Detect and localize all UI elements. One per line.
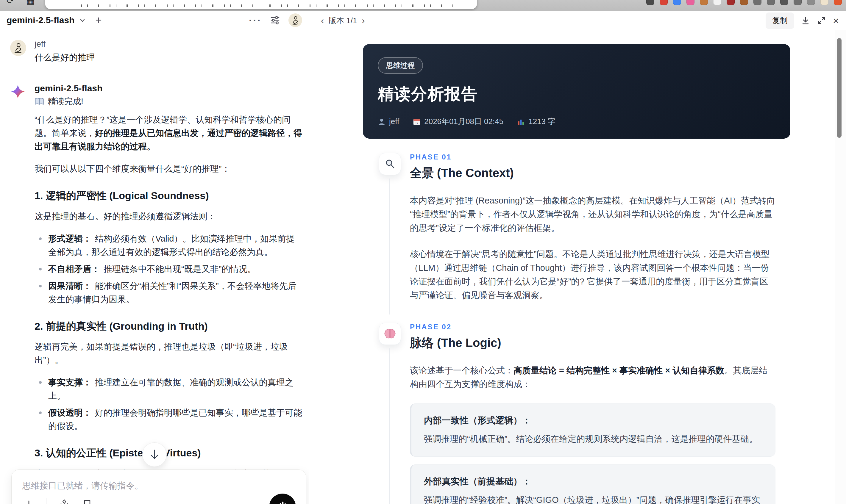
bookmark-icon[interactable] <box>82 499 92 504</box>
phase-title: 脉络 (The Logic) <box>410 335 775 351</box>
user-message: jeff 什么是好的推理 <box>35 39 302 64</box>
dimension-card: 内部一致性（形式逻辑）： 强调推理的“机械正确”。结论必须在给定的规则系统内逻辑… <box>410 403 775 457</box>
version-nav: ‹ 版本 1/1 › <box>321 16 365 26</box>
close-icon[interactable]: × <box>833 16 839 25</box>
scrollbar-thumb[interactable] <box>837 38 842 138</box>
magnifier-icon <box>379 153 401 175</box>
message-composer[interactable]: 思维接口已就绪，请传输指令。 <box>11 469 306 504</box>
chat-panel: gemini-2.5-flash + ··· <box>0 11 309 504</box>
artifact-toolbar: ‹ 版本 1/1 › 复制 × <box>309 11 846 30</box>
section-heading: 3. 认知的公正性 (Epistemic Virtues) <box>35 447 302 460</box>
dimension-cards: 内部一致性（形式逻辑）： 强调推理的“机械正确”。结论必须在给定的规则系统内逻辑… <box>410 403 775 504</box>
assistant-name: gemini-2.5-flash <box>35 83 302 93</box>
scroll-to-bottom-button[interactable] <box>142 443 167 467</box>
composer-toolbar <box>23 498 92 504</box>
composer-divider <box>46 498 47 504</box>
download-icon[interactable] <box>801 16 810 25</box>
new-topic-button[interactable]: + <box>95 15 102 25</box>
calendar-icon: 17 <box>413 118 421 126</box>
user-name: jeff <box>35 39 302 49</box>
chat-header: gemini-2.5-flash + ··· <box>0 11 309 30</box>
extension-icon[interactable] <box>754 0 761 5</box>
attach-plus-icon[interactable] <box>23 500 34 504</box>
intro-paragraph-2: 我们可以从以下四个维度来衡量什么是“好的推理”： <box>35 162 302 176</box>
section-lead: 逻辑再完美，如果前提是错误的，推理也是垃圾（即“垃圾进，垃圾出”）。 <box>35 340 302 367</box>
bullet-item: 因果清晰：能准确区分“相关性”和“因果关系”，不会轻率地将先后发生的事情归为因果… <box>35 280 302 306</box>
copy-button[interactable]: 复制 <box>765 13 794 29</box>
section-heading: 1. 逻辑的严密性 (Logical Soundness) <box>35 189 302 202</box>
date-meta: 17 2026年01月08日 02:45 <box>413 116 504 127</box>
voice-input-button[interactable] <box>269 493 296 504</box>
section-heading: 2. 前提的真实性 (Grounding in Truth) <box>35 320 302 332</box>
author-meta: jeff <box>378 117 399 126</box>
report-meta: jeff 17 2026年01月08日 02:45 1213 字 <box>378 116 775 127</box>
extension-icon[interactable] <box>727 0 735 5</box>
extension-icon[interactable] <box>673 0 681 5</box>
extension-icon[interactable] <box>834 0 842 5</box>
extension-icon[interactable] <box>780 0 788 5</box>
model-settings-icon[interactable] <box>269 15 281 26</box>
version-prev-icon[interactable]: ‹ <box>321 16 324 25</box>
extension-icon[interactable] <box>821 0 828 5</box>
phase-section-1: PHASE 01 全景 (The Context) 本内容是对“推理 (Reas… <box>363 153 790 314</box>
composer-placeholder[interactable]: 思维接口已就绪，请传输指令。 <box>22 480 295 492</box>
extension-icon[interactable] <box>767 0 775 5</box>
browser-extensions <box>646 0 842 5</box>
person-icon <box>378 118 386 126</box>
browser-tab-title-clipped <box>81 4 453 7</box>
version-next-icon[interactable]: › <box>362 16 365 25</box>
chevron-down-icon[interactable] <box>78 16 86 24</box>
browser-tab[interactable] <box>45 0 477 9</box>
phase-section-2: PHASE 02 脉络 (The Logic) 该论述基于一个核心公式：高质量结… <box>363 323 790 504</box>
app-window: gemini-2.5-flash + ··· <box>0 11 846 504</box>
browser-topbar: ⟳ ▦ <box>0 0 846 11</box>
extension-icon[interactable] <box>646 0 654 5</box>
card-body: 强调推理的“机械正确”。结论必须在给定的规则系统内逻辑自洽，这是推理的硬件基础。 <box>424 432 763 446</box>
more-options-button[interactable]: ··· <box>249 15 262 26</box>
phase-paragraph: 该论述基于一个核心公式：高质量结论 = 结构完整性 × 事实准确性 × 认知自律… <box>410 364 775 391</box>
browser-reload-icon[interactable]: ⟳ <box>6 0 14 6</box>
version-label: 版本 1/1 <box>329 16 357 26</box>
extension-icon[interactable] <box>807 0 815 5</box>
extension-icon[interactable] <box>660 0 668 5</box>
bar-chart-icon <box>517 118 525 126</box>
extension-icon[interactable] <box>794 0 801 5</box>
phase-label: PHASE 01 <box>410 153 775 161</box>
intro-paragraph: “什么是好的推理？”这是一个涉及逻辑学、认知科学和哲学核心的问题。简单来说，好的… <box>35 113 302 153</box>
card-title: 外部真实性（前提基础）： <box>424 475 763 488</box>
svg-text:17: 17 <box>415 121 419 125</box>
markdown-section: 2. 前提的真实性 (Grounding in Truth) 逻辑再完美，如果前… <box>35 320 302 433</box>
phase-paragraph: 核心情境在于解决“思考的随意性”问题。不论是人类通过批判性思维进行决策，还是大语… <box>410 247 775 302</box>
chat-messages: jeff 什么是好的推理 gemini-2.5-flash <box>0 30 309 504</box>
skills-diamonds-icon[interactable] <box>58 499 70 504</box>
extension-icon[interactable] <box>686 0 694 5</box>
model-title[interactable]: gemini-2.5-flash <box>6 15 74 25</box>
scrollbar-track[interactable] <box>835 30 846 504</box>
brain-icon <box>379 323 401 345</box>
user-avatar[interactable] <box>10 40 26 56</box>
browser-apps-icon[interactable]: ▦ <box>26 0 35 6</box>
bullet-item: 不自相矛盾：推理链条中不能出现“既是又非”的情况。 <box>35 263 302 276</box>
phase-label: PHASE 02 <box>410 323 775 331</box>
expand-icon[interactable] <box>817 16 826 25</box>
hero-badge: 思维过程 <box>378 57 423 74</box>
assistant-markdown: “什么是好的推理？”这是一个涉及逻辑学、认知科学和哲学核心的问题。简单来说，好的… <box>35 113 302 504</box>
extension-icon[interactable] <box>700 0 708 5</box>
report-title: 精读分析报告 <box>378 83 775 105</box>
assistant-status: 精读完成! <box>35 96 302 107</box>
user-message-text: 什么是好的推理 <box>35 52 302 64</box>
markdown-section: 1. 逻辑的严密性 (Logical Soundness) 这是推理的基石。好的… <box>35 189 302 306</box>
assistant-status-text: 精读完成! <box>48 96 83 107</box>
extension-icon[interactable] <box>713 0 721 5</box>
card-title: 内部一致性（形式逻辑）： <box>424 414 763 427</box>
phase-paragraph: 本内容是对“推理 (Reasoning)”这一抽象概念的高层建模。在知识爆炸与人… <box>410 194 775 235</box>
timeline-connector <box>389 348 390 504</box>
gemini-logo-icon <box>11 85 25 99</box>
dimension-card: 外部真实性（前提基础）： 强调推理的“经验校准”。解决“GIGO（垃圾进，垃圾出… <box>410 464 775 504</box>
extension-icon[interactable] <box>740 0 748 5</box>
bullet-item: 事实支撑：推理建立在可靠的数据、准确的观测或公认的真理之上。 <box>35 376 302 402</box>
timeline-connector <box>389 179 390 314</box>
assistant-message: gemini-2.5-flash 精读完成! “什么是好的推理？”这是一个涉及逻… <box>35 83 302 504</box>
user-avatar[interactable] <box>288 13 302 27</box>
bullet-item: 假设透明：好的推理会明确指明哪些是已知事实，哪些是基于可能的假设。 <box>35 406 302 433</box>
